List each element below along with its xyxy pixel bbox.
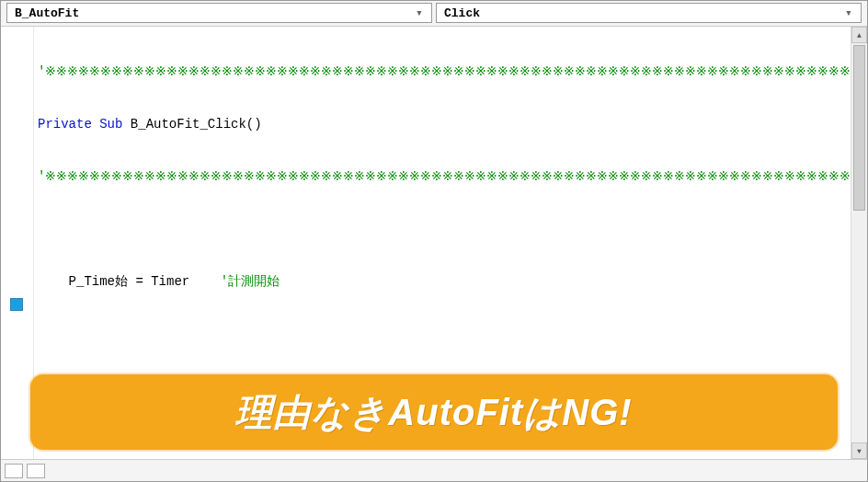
code-comment: '計測開始	[221, 274, 280, 289]
annotation-overlay: 理由なきAutoFitはNG!	[30, 374, 838, 450]
procedure-dropdown-value: Click	[444, 6, 480, 20]
breakpoint-gutter[interactable]	[1, 27, 34, 459]
object-dropdown-value: B_AutoFit	[15, 6, 79, 20]
chevron-down-icon: ▾	[411, 5, 428, 21]
code-keyword: Private Sub	[38, 117, 122, 132]
annotation-text: 理由なきAutoFitはNG!	[235, 387, 632, 438]
scroll-up-button[interactable]: ▲	[851, 27, 867, 43]
dropdown-bar: B_AutoFit ▾ Click ▾	[1, 1, 867, 27]
view-tabs-bar	[1, 459, 867, 481]
vertical-scrollbar[interactable]: ▲ ▼	[851, 27, 867, 459]
chevron-down-icon: ▾	[840, 5, 857, 21]
code-comment: '※※※※※※※※※※※※※※※※※※※※※※※※※※※※※※※※※※※※※※※…	[38, 64, 851, 79]
procedure-dropdown[interactable]: Click ▾	[436, 3, 862, 23]
procedure-view-button[interactable]	[5, 464, 23, 478]
full-module-view-button[interactable]	[27, 464, 45, 478]
object-dropdown[interactable]: B_AutoFit ▾	[6, 3, 432, 23]
scrollbar-thumb[interactable]	[853, 45, 865, 211]
code-text: P_Time始 = Timer	[38, 274, 221, 289]
marker-icon	[10, 298, 23, 311]
scroll-down-button[interactable]: ▼	[851, 442, 867, 459]
code-comment: '※※※※※※※※※※※※※※※※※※※※※※※※※※※※※※※※※※※※※※※…	[38, 169, 851, 184]
code-text: B_AutoFit_Click()	[122, 117, 261, 132]
